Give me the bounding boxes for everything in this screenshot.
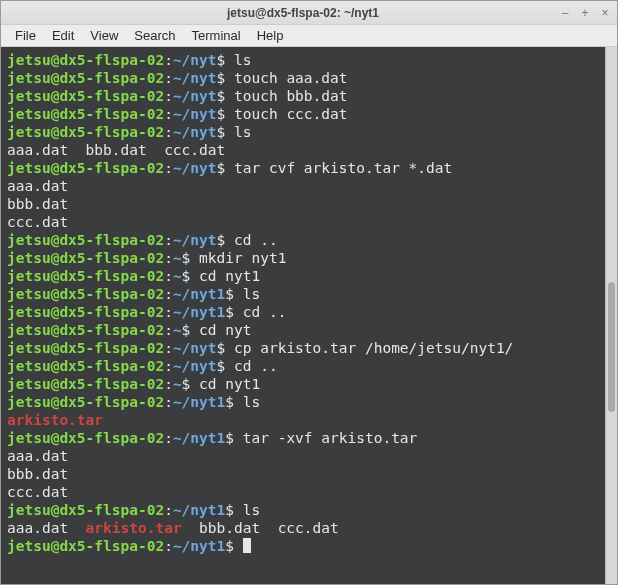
menu-view[interactable]: View [82, 28, 126, 43]
menu-edit[interactable]: Edit [44, 28, 82, 43]
window-title: jetsu@dx5-flspa-02: ~/nyt1 [47, 6, 559, 20]
maximize-icon[interactable]: + [579, 6, 591, 20]
terminal[interactable]: jetsu@dx5-flspa-02:~/nyt$ lsjetsu@dx5-fl… [1, 47, 605, 584]
menu-terminal[interactable]: Terminal [184, 28, 249, 43]
window-controls: – + × [559, 6, 611, 20]
titlebar[interactable]: jetsu@dx5-flspa-02: ~/nyt1 – + × [1, 1, 617, 25]
menu-search[interactable]: Search [126, 28, 183, 43]
minimize-icon[interactable]: – [559, 6, 571, 20]
close-icon[interactable]: × [599, 6, 611, 20]
menu-file[interactable]: File [7, 28, 44, 43]
app-window: jetsu@dx5-flspa-02: ~/nyt1 – + × File Ed… [0, 0, 618, 585]
menu-help[interactable]: Help [249, 28, 292, 43]
scrollbar-thumb[interactable] [608, 282, 615, 412]
menubar: File Edit View Search Terminal Help [1, 25, 617, 47]
scrollbar[interactable] [605, 47, 617, 584]
terminal-area: jetsu@dx5-flspa-02:~/nyt$ lsjetsu@dx5-fl… [1, 47, 617, 584]
